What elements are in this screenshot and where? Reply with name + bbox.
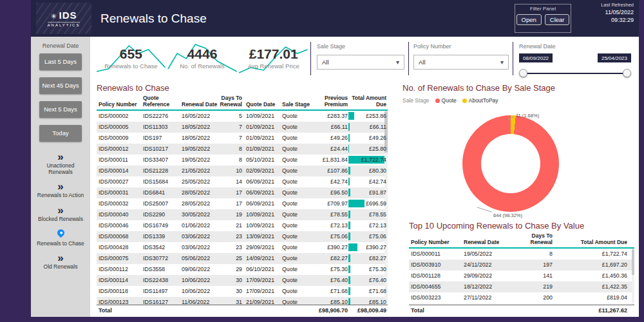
column-header[interactable]: Total Amount Due <box>558 240 630 246</box>
table-cell: 28/05/2022 <box>182 187 218 198</box>
chevron-down-icon <box>396 59 399 66</box>
sale-stage-dropdown[interactable]: All <box>317 55 404 70</box>
table-row[interactable]: IDS/000123IDS1612711/06/20223121/09/2021… <box>97 297 388 305</box>
table-row[interactable]: IDS/000075IDS3077205/06/20222514/09/2021… <box>97 253 388 264</box>
sidebar-date-button-today[interactable]: Today <box>39 125 82 142</box>
table-cell: 219 <box>514 281 558 292</box>
kpi-renewals-to-chase: 655 Renewals to Chase <box>95 39 167 77</box>
top10-scrollbar[interactable] <box>632 249 634 305</box>
value-databar <box>348 200 365 207</box>
column-header[interactable]: Quote Reference <box>143 95 182 108</box>
kpi-value: £177.01 <box>249 46 298 62</box>
table-cell: IDS3558 <box>143 264 182 275</box>
policy-number-dropdown[interactable]: All <box>413 55 509 70</box>
column-header[interactable]: Total Amount Due <box>348 95 388 108</box>
sidebar-date-button-next-5-days[interactable]: Next 5 Days <box>39 101 82 118</box>
donut-chart[interactable] <box>462 115 559 212</box>
table-row[interactable]: IDS/000112IDS355809/06/20222906/10/2021Q… <box>97 264 388 275</box>
table-cell: £78.55 <box>312 209 348 220</box>
table-cell: £82.27 <box>348 253 388 264</box>
value-databar <box>348 232 350 240</box>
slider-handle-left[interactable] <box>519 69 527 77</box>
table-row[interactable]: IDS/00001119/05/20228£1,722.74 <box>409 249 634 260</box>
column-header[interactable]: Days To Renewal <box>218 95 246 108</box>
date-range-slider[interactable] <box>519 69 631 78</box>
table-row[interactable]: IDS/000002IDS2227616/05/2022510/09/2021Q… <box>97 111 388 122</box>
column-header[interactable]: Days To Renewal <box>514 233 558 246</box>
column-header[interactable]: Renewal Date <box>464 240 514 246</box>
slider-handle-right[interactable] <box>623 69 631 77</box>
table-row[interactable]: IDS/000012IDS1021719/05/2022801/09/2021Q… <box>97 144 388 155</box>
table-cell: 19 <box>218 209 246 220</box>
clear-filter-button[interactable]: Clear <box>545 14 570 25</box>
table-cell: IDS/000112 <box>97 264 143 275</box>
table-row[interactable]: IDS/000114IDS2243810/06/20223017/09/2021… <box>97 275 388 286</box>
table-cell: £709.97 <box>312 198 348 209</box>
column-header[interactable]: Quote Date <box>246 102 282 108</box>
table-cell: Quote <box>282 231 312 242</box>
table-cell: IDS30772 <box>143 253 182 264</box>
main-table-header: Policy NumberQuote ReferenceRenewal Date… <box>97 95 388 111</box>
chevrons-icon <box>57 252 63 262</box>
table-row[interactable]: IDS/000118IDS1149710/06/20223017/09/2021… <box>97 286 388 297</box>
table-row[interactable]: IDS/000428IDS354203/06/20222329/09/2021Q… <box>97 242 388 253</box>
legend-item-abouttopay[interactable]: AboutToPay <box>462 97 498 104</box>
table-row[interactable]: IDS/000009IDS19718/05/2022701/09/2021Quo… <box>97 133 388 144</box>
main-content: 655 Renewals to Chase 4446 No. of Renewa… <box>90 37 639 317</box>
table-row[interactable]: IDS/00465518/12/2022219£1,422.35 <box>409 281 634 292</box>
scrollbar-thumb[interactable] <box>632 249 634 275</box>
table-cell: £76.40 <box>348 275 388 286</box>
table-row[interactable]: IDS/000011IDS3340719/05/2022805/10/2021Q… <box>97 155 388 166</box>
sidebar-item-renewals-to-chase[interactable]: Renewals to Chase <box>37 228 84 247</box>
sidebar-item-unactioned-renewals[interactable]: Unactioned Renewals <box>35 151 86 175</box>
table-cell: Quote <box>282 111 312 122</box>
last-refreshed-date: 11/05/2022 <box>601 9 634 15</box>
table-title: Renewals to Chase <box>97 83 388 93</box>
donut-chart-section: No. of Renewals to Chase By Sale Stage S… <box>398 83 636 220</box>
table-row[interactable]: IDS/000032IDS2500728/05/20221706/09/2021… <box>97 198 388 209</box>
table-cell: 29/09/2021 <box>246 242 282 253</box>
table-cell: 03/06/2022 <box>182 242 218 253</box>
sidebar-date-button-last-5-days[interactable]: Last 5 Days <box>39 53 82 70</box>
date-start-input[interactable]: 08/09/2022 <box>519 53 553 62</box>
table-cell: IDS15684 <box>143 176 182 187</box>
open-filter-button[interactable]: Open <box>516 14 542 25</box>
table-row[interactable]: IDS/000040IDS229030/05/20221910/09/2021Q… <box>97 209 388 220</box>
top10-total-row: Total £11,267.62 <box>409 305 634 316</box>
date-end-input[interactable]: 25/04/2023 <box>598 53 631 62</box>
sidebar-item-old-renewals[interactable]: Old Renewals <box>44 252 78 270</box>
top10-table-section: Top 10 Upcoming Renewals to Chase By Val… <box>409 221 634 316</box>
table-cell: 8 <box>514 249 558 260</box>
column-header[interactable]: Previous Premium <box>312 95 348 108</box>
table-row[interactable]: IDS/00391024/11/2022197£1,697.20 <box>409 260 634 270</box>
table-row[interactable]: IDS/000027IDS1568425/05/20221406/09/2021… <box>97 176 388 187</box>
column-header[interactable]: Sale Stage <box>282 102 312 108</box>
table-row[interactable]: IDS/000068IDS133903/06/20222313/09/2021Q… <box>97 231 388 242</box>
table-cell: £253.86 <box>348 111 388 122</box>
sidebar-date-button-next-45-days[interactable]: Next 45 Days <box>39 77 82 94</box>
sidebar-item-renewals-to-action[interactable]: Renewals to Action <box>37 181 84 198</box>
table-cell: £85.10 <box>312 297 348 305</box>
table-cell: IDS/001128 <box>409 270 464 281</box>
main-table-rows: IDS/000002IDS2227616/05/2022510/09/2021Q… <box>97 111 388 305</box>
table-cell: Quote <box>282 166 312 176</box>
table-cell: 17 <box>218 187 246 198</box>
table-cell: 13/09/2021 <box>246 231 282 242</box>
table-cell: 31 <box>218 297 246 305</box>
kpi-value: 4446 <box>187 46 218 62</box>
donut-legend-items: QuoteAboutToPay <box>435 97 498 104</box>
table-row[interactable]: IDS/000005IDS1130318/05/2022701/09/2021Q… <box>97 122 388 133</box>
table-cell: IDS/000011 <box>409 249 464 260</box>
table-row[interactable]: IDS/000031IDS684128/05/20221706/09/2021Q… <box>97 187 388 198</box>
table-cell: IDS22438 <box>143 275 182 286</box>
legend-item-quote[interactable]: Quote <box>435 97 457 104</box>
column-header[interactable]: Policy Number <box>97 102 143 108</box>
table-row[interactable]: IDS/000046IDS1674901/06/20222110/09/2021… <box>97 220 388 231</box>
table-cell: IDS10217 <box>143 144 182 155</box>
table-row[interactable]: IDS/00112829/09/2022141£1,450.36 <box>409 270 634 281</box>
column-header[interactable]: Renewal Date <box>182 102 218 108</box>
column-header[interactable]: Policy Number <box>409 240 464 246</box>
table-row[interactable]: IDS/00322327/11/2022200£819.04 <box>409 292 634 303</box>
sidebar-item-blocked-renewals[interactable]: Blocked Renewals <box>38 205 83 222</box>
table-row[interactable]: IDS/000014IDS2122821/05/20221002/09/2021… <box>97 166 388 176</box>
